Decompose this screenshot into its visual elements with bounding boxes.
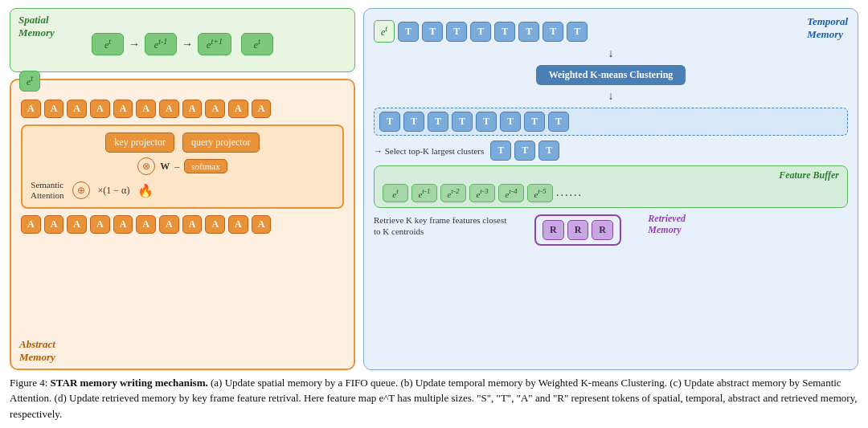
diagram-area: Spatial Memory et → et-1 → et+1 et et Ab… [10, 8, 858, 370]
spatial-memory-box: Spatial Memory et → et-1 → et+1 et [10, 8, 355, 72]
t-token: T [446, 22, 467, 42]
spatial-token-et-last: et [241, 33, 273, 55]
down-arrow-2: ↓ [374, 90, 848, 103]
key-projector-box: key projector [105, 132, 174, 153]
a-token: A [44, 215, 64, 234]
a-token: A [159, 100, 179, 118]
right-panel: Temporal Memory et T T T T T T T T ↓ Wei… [363, 8, 858, 370]
projectors-row: key projector query projector [31, 132, 334, 153]
r-token: R [592, 220, 613, 240]
kmeans-box: Weighted K-means Clustering [536, 65, 686, 85]
clustered-tokens-row: T T T T T T T T [374, 108, 848, 136]
semantic-attention-label: SemanticAttention [31, 180, 64, 201]
spatial-tokens-row: et → et-1 → et+1 et [20, 33, 345, 55]
abstract-memory-box: et Abstract Memory A A A A A A A A A A [10, 79, 355, 370]
spatial-token-et: et [92, 33, 124, 55]
t-token: T [398, 22, 419, 42]
ops-row: ⊗ W – softmax [31, 157, 334, 175]
retrieved-memory-label: Retrieved Memory [648, 213, 686, 236]
feature-token-et5: et-5 [527, 184, 553, 202]
feature-buffer-label: Feature Buffer [779, 169, 839, 181]
figure-bold-text: STAR memory writing mechanism. [51, 377, 208, 389]
r-tokens-row: R R R [542, 220, 613, 240]
a-token: A [67, 215, 87, 234]
a-token: A [228, 100, 248, 118]
spatial-memory-label: Spatial Memory [18, 14, 55, 39]
t-token: T [494, 22, 515, 42]
t-token: T [422, 22, 443, 42]
t-token: T [476, 112, 497, 132]
temporal-et-token: et [374, 20, 395, 43]
feature-token-et: et [383, 184, 408, 202]
temporal-tokens-top-row: et T T T T T T T T [374, 20, 848, 43]
main-container: Spatial Memory et → et-1 → et+1 et et Ab… [0, 0, 868, 428]
spatial-token-et-1: et-1 [145, 33, 177, 55]
feature-token-et3: et-3 [469, 184, 495, 202]
figure-number: Figure 4: [10, 377, 47, 389]
mechanism-box: key projector query projector ⊗ W – soft… [21, 124, 344, 209]
select-topk-label: → Select top-K largest clusters [374, 146, 484, 156]
alpha-label: ×(1 − α) [98, 185, 130, 197]
a-token: A [205, 215, 225, 234]
select-topk-row: → Select top-K largest clusters T T T [374, 141, 848, 161]
a-token: A [21, 215, 41, 234]
t-token: T [567, 22, 588, 42]
a-token: A [113, 100, 133, 118]
a-token: A [90, 215, 110, 234]
feature-dots: ...... [556, 186, 583, 199]
a-token: A [252, 215, 272, 234]
t-token: T [379, 112, 400, 132]
a-token: A [136, 100, 156, 118]
topk-t-token: T [514, 141, 535, 161]
flame-icon: 🔥 [137, 183, 154, 198]
feature-token-et2: et-2 [440, 184, 466, 202]
a-token: A [228, 215, 248, 234]
spatial-token-et1: et+1 [198, 33, 231, 55]
minus-label: – [174, 161, 179, 173]
arrow2: → [182, 38, 193, 51]
oplus-op: ⊕ [72, 181, 90, 199]
et-badge: et [19, 71, 40, 92]
a-token: A [67, 100, 87, 118]
a-token: A [21, 100, 41, 118]
retrieve-label-text: Retrieve K key frame features closest to… [374, 214, 510, 238]
retrieved-memory-box: R R R [534, 214, 621, 246]
feature-tokens-row: et et-1 et-2 et-3 et-4 et-5 ...... [383, 184, 839, 202]
a-token: A [252, 100, 272, 118]
feature-buffer-box: Feature Buffer et et-1 et-2 et-3 et-4 et… [374, 165, 848, 208]
caption-area: Figure 4: STAR memory writing mechanism.… [10, 370, 858, 422]
t-token: T [542, 22, 563, 42]
t-token: T [470, 22, 491, 42]
query-projector-box: query projector [182, 132, 260, 153]
feature-token-et4: et-4 [498, 184, 524, 202]
a-token: A [90, 100, 110, 118]
a-token: A [182, 215, 203, 234]
a-token: A [136, 215, 156, 234]
softmax-box: softmax [184, 159, 227, 173]
a-token: A [113, 215, 133, 234]
feature-token-et1: et-1 [411, 184, 437, 202]
temporal-memory-label: Temporal Memory [807, 15, 848, 40]
r-token: R [567, 220, 589, 240]
otimes-op: ⊗ [137, 157, 155, 175]
t-token: T [518, 22, 539, 42]
a-token: A [159, 215, 179, 234]
a-token: A [205, 100, 225, 118]
t-token: T [452, 112, 473, 132]
arrow1: → [129, 38, 140, 51]
topk-t-token: T [490, 141, 511, 161]
abstract-memory-label: Abstract Memory [19, 338, 55, 363]
left-panel: Spatial Memory et → et-1 → et+1 et et Ab… [10, 8, 355, 370]
retrieved-memory-section: Retrieve K key frame features closest to… [374, 214, 848, 246]
sem-attn-row: SemanticAttention ⊕ ×(1 − α) 🔥 [31, 180, 334, 201]
t-token: T [403, 112, 424, 132]
t-token: T [500, 112, 521, 132]
down-arrow-1: ↓ [374, 47, 848, 60]
a-tokens-bottom-row: A A A A A A A A A A A [21, 215, 344, 234]
r-token: R [542, 220, 564, 240]
a-token: A [182, 100, 203, 118]
a-tokens-top-row: A A A A A A A A A A A [21, 100, 344, 118]
t-token: T [428, 112, 448, 132]
w-label: W [160, 161, 170, 173]
t-token: T [548, 112, 569, 132]
